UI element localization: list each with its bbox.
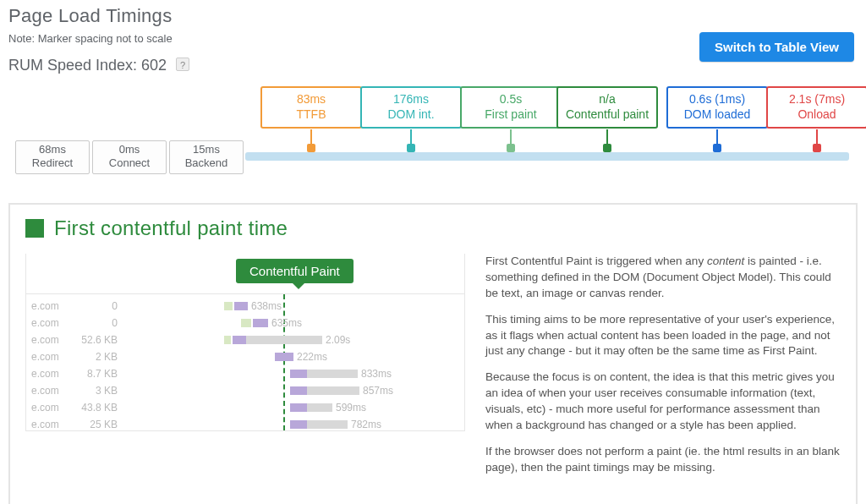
waterfall-row: e.com8.7 KB833ms <box>26 365 464 382</box>
waterfall-row: e.com3 KB857ms <box>26 382 464 399</box>
metric-description: First Contentful Paint is triggered when… <box>485 254 841 486</box>
waterfall-row: e.com25 KB782ms <box>26 416 464 431</box>
rum-label: RUM Speed Index: <box>8 57 137 74</box>
waterfall-row: e.com0635ms <box>26 315 464 331</box>
phase-backend[interactable]: 15msBackend <box>169 140 244 174</box>
switch-to-table-button[interactable]: Switch to Table View <box>699 32 854 62</box>
marker-cp[interactable]: n/aContentful paint <box>556 86 658 152</box>
waterfall-chart: Contentful Paint e.com0638mse.com0635mse… <box>25 254 465 431</box>
rum-value: 602 <box>141 57 167 74</box>
marker-dl[interactable]: 0.6s (1ms)DOM loaded <box>666 86 768 152</box>
timeline: 68msRedirect0msConnect15msBackend 83msTT… <box>8 86 858 184</box>
waterfall-row: e.com2 KB222ms <box>26 348 464 365</box>
metric-color-swatch <box>25 219 44 238</box>
waterfall-row: e.com43.8 KB599ms <box>26 399 464 416</box>
metric-title: First contentful paint time <box>54 216 288 240</box>
waterfall-row: e.com52.6 KB2.09s <box>26 331 464 348</box>
phase-connect[interactable]: 0msConnect <box>92 140 167 174</box>
waterfall-row: e.com0638ms <box>26 298 464 315</box>
page-title: Page Load Timings <box>8 5 858 27</box>
contentful-paint-marker: Contentful Paint <box>236 259 354 283</box>
metric-detail-panel: First contentful paint time Contentful P… <box>8 203 858 504</box>
timeline-bar <box>245 152 849 161</box>
marker-dom[interactable]: 176msDOM int. <box>360 86 462 152</box>
help-icon[interactable]: ? <box>176 58 189 71</box>
marker-ol[interactable]: 2.1s (7ms)Onload <box>766 86 866 152</box>
marker-fp[interactable]: 0.5sFirst paint <box>460 86 562 152</box>
marker-ttfb[interactable]: 83msTTFB <box>260 86 362 152</box>
phase-redirect[interactable]: 68msRedirect <box>15 140 90 174</box>
